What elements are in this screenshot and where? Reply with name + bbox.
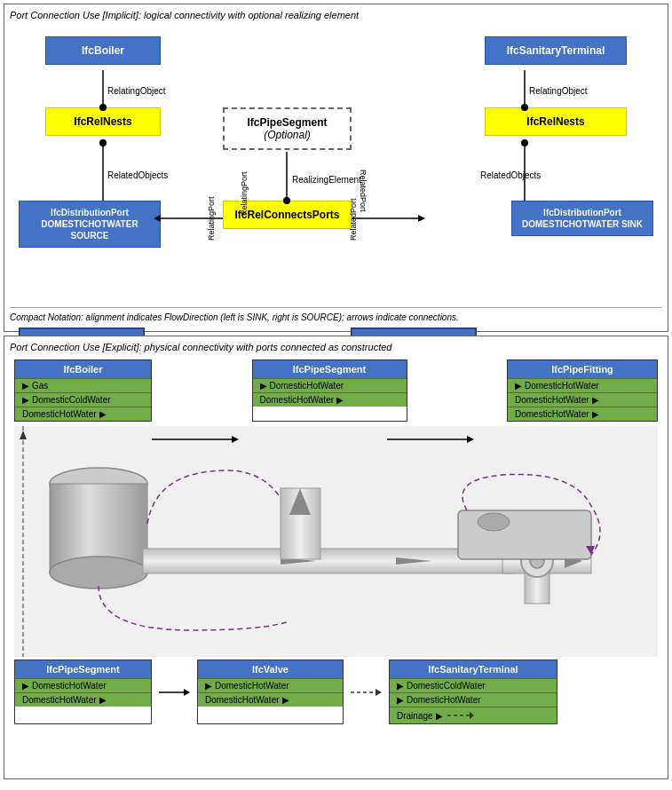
implicit-relnests-right: IfcRelNests bbox=[485, 107, 627, 136]
illustration bbox=[14, 426, 658, 657]
svg-marker-46 bbox=[232, 436, 239, 443]
compact-note: Compact Notation: alignment indicates Fl… bbox=[10, 312, 662, 322]
implicit-pipesegment: IfcPipeSegment (Optional) bbox=[223, 107, 352, 150]
explicit-bottom-boxes: IfcPipeSegment ▶ DomesticHotWater Domest… bbox=[10, 660, 662, 724]
svg-marker-19 bbox=[418, 215, 425, 222]
boiler-port-gas: ▶ Gas bbox=[15, 378, 151, 392]
explicit-boiler: IfcBoiler ▶ Gas ▶ DomesticColdWater Dome… bbox=[14, 359, 152, 422]
svg-marker-48 bbox=[467, 436, 474, 443]
svg-marker-58 bbox=[470, 712, 474, 719]
svg-text:RelatedObjects: RelatedObjects bbox=[480, 170, 541, 180]
pipe-bottom-port1: ▶ DomesticHotWater bbox=[15, 678, 151, 692]
svg-text:RelatingObject: RelatingObject bbox=[107, 86, 166, 96]
bottom-arrow1 bbox=[159, 683, 190, 701]
implicit-distport-left: IfcDistributionPort DOMESTICHOTWATER SOU… bbox=[19, 201, 161, 248]
boiler-port-hotwater: DomesticHotWater ▶ bbox=[15, 407, 151, 421]
valve-port1: ▶ DomesticHotWater bbox=[198, 678, 343, 692]
explicit-sanitary: IfcSanitaryTerminal ▶ DomesticColdWater … bbox=[389, 660, 557, 724]
boiler-port-coldwater: ▶ DomesticColdWater bbox=[15, 392, 151, 407]
implicit-relconnects: IfcRelConnectsPorts bbox=[223, 201, 352, 229]
implicit-sanitary: IfcSanitaryTerminal bbox=[485, 36, 627, 65]
implicit-section: Port Connection Use [Implicit]: logical … bbox=[4, 4, 668, 332]
implicit-arrows: RelatingObject RelatingObject RelatedObj… bbox=[10, 28, 662, 303]
explicit-pipesegment-top: IfcPipeSegment ▶ DomesticHotWater Domest… bbox=[252, 359, 407, 422]
explicit-title: Port Connection Use [Explicit]: physical… bbox=[10, 342, 662, 352]
implicit-relnests-left: IfcRelNests bbox=[45, 107, 161, 136]
pipe-top-port2: DomesticHotWater ▶ bbox=[253, 392, 407, 407]
explicit-valve: IfcValve ▶ DomesticHotWater DomesticHotW… bbox=[197, 660, 344, 724]
implicit-diagram: IfcBoiler IfcSanitaryTerminal IfcRelNest… bbox=[10, 28, 662, 303]
svg-text:RealizingElement: RealizingElement bbox=[292, 175, 361, 185]
implicit-distport-right: IfcDistributionPort DOMESTICHOTWATER SIN… bbox=[511, 201, 653, 236]
fitting-port2: DomesticHotWater ▶ bbox=[508, 392, 657, 407]
svg-marker-54 bbox=[184, 689, 190, 696]
pipe-top-port1: ▶ DomesticHotWater bbox=[253, 378, 407, 392]
explicit-top-boxes: IfcBoiler ▶ Gas ▶ DomesticColdWater Dome… bbox=[10, 359, 662, 422]
svg-point-10 bbox=[521, 139, 528, 146]
svg-point-29 bbox=[50, 557, 147, 589]
svg-marker-56 bbox=[376, 689, 382, 696]
sanitary-port2: ▶ DomesticHotWater bbox=[390, 692, 557, 707]
sanitary-port3: Drainage ▶ bbox=[390, 707, 557, 723]
bottom-arrow2 bbox=[351, 683, 382, 701]
fitting-port3: DomesticHotWater ▶ bbox=[508, 407, 657, 421]
fitting-port1: ▶ DomesticHotWater bbox=[508, 378, 657, 392]
valve-port2: DomesticHotWater ▶ bbox=[198, 692, 343, 707]
explicit-pipefitting: IfcPipeFitting ▶ DomesticHotWater Domest… bbox=[507, 359, 658, 422]
svg-point-43 bbox=[478, 513, 510, 531]
implicit-boiler: IfcBoiler bbox=[45, 36, 161, 65]
explicit-pipesegment-bottom: IfcPipeSegment ▶ DomesticHotWater Domest… bbox=[14, 660, 152, 724]
svg-rect-42 bbox=[458, 510, 591, 559]
svg-text:RelatingPort: RelatingPort bbox=[207, 196, 216, 241]
implicit-title: Port Connection Use [Implicit]: logical … bbox=[10, 10, 662, 20]
illustration-svg bbox=[14, 426, 658, 657]
svg-point-7 bbox=[99, 139, 107, 146]
svg-marker-50 bbox=[20, 431, 27, 439]
svg-text:RelatedPort: RelatedPort bbox=[359, 170, 368, 212]
explicit-section: Port Connection Use [Explicit]: physical… bbox=[4, 336, 668, 779]
drainage-dashed-continue bbox=[447, 709, 474, 722]
pipe-bottom-port2: DomesticHotWater ▶ bbox=[15, 692, 151, 707]
svg-text:RelatedObjects: RelatedObjects bbox=[107, 170, 168, 180]
sanitary-port1: ▶ DomesticColdWater bbox=[390, 678, 557, 692]
svg-text:RelatingObject: RelatingObject bbox=[529, 86, 588, 96]
